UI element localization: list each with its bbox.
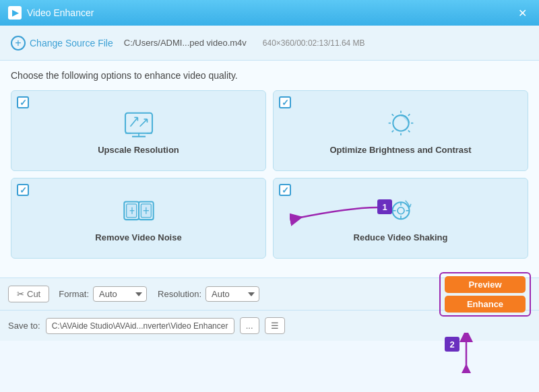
upscale-icon bbox=[122, 108, 156, 139]
checkbox-noise[interactable] bbox=[17, 184, 29, 196]
bottom-bar: ✂ Cut Format: Auto MP4 AVI MOV Resolutio… bbox=[0, 277, 539, 310]
resolution-label: Resolution: bbox=[158, 289, 201, 299]
cut-label: Cut bbox=[27, 289, 40, 299]
svg-line-5 bbox=[130, 117, 137, 126]
resolution-select[interactable]: Auto 640×360 1280×720 1920×1080 bbox=[205, 286, 259, 302]
svg-line-35 bbox=[410, 203, 411, 207]
scissors-icon: ✂ bbox=[17, 289, 24, 299]
file-name: C:/Users/ADMI...ped video.m4v bbox=[124, 38, 247, 48]
app-title: Video Enhancer bbox=[27, 7, 94, 18]
svg-line-19 bbox=[391, 130, 393, 132]
badge-1: 1 bbox=[377, 199, 392, 214]
title-bar-left: ▶ Video Enhancer bbox=[8, 6, 94, 20]
enhance-button[interactable]: Enhance bbox=[445, 296, 526, 313]
card-upscale: Upscale Resolution bbox=[11, 90, 266, 171]
title-bar: ▶ Video Enhancer ✕ bbox=[0, 0, 539, 26]
preview-button[interactable]: Preview bbox=[445, 276, 526, 293]
brightness-label: Optimize Brightness and Contrast bbox=[329, 145, 471, 155]
card-brightness: Optimize Brightness and Contrast bbox=[273, 90, 528, 171]
toolbar: + Change Source File C:/Users/ADMI...ped… bbox=[0, 26, 539, 61]
cut-button[interactable]: ✂ Cut bbox=[8, 286, 49, 302]
main-content: Choose the following options to enhance … bbox=[0, 61, 539, 277]
svg-line-18 bbox=[408, 114, 410, 116]
upscale-label: Upscale Resolution bbox=[98, 145, 179, 155]
brightness-icon bbox=[384, 108, 418, 139]
format-label: Format: bbox=[59, 289, 89, 299]
svg-line-16 bbox=[391, 114, 393, 116]
badge-2: 2 bbox=[445, 337, 459, 352]
card-shaking: Reduce Video Shaking bbox=[273, 178, 528, 259]
checkbox-shaking[interactable] bbox=[279, 184, 291, 196]
plus-icon: + bbox=[11, 36, 26, 51]
shaking-label: Reduce Video Shaking bbox=[354, 232, 448, 242]
instruction-text: Choose the following options to enhance … bbox=[11, 70, 528, 81]
preview-enhance-group: Preview Enhance bbox=[439, 272, 531, 317]
browse-button[interactable]: ... bbox=[240, 317, 259, 334]
change-source-button[interactable]: + Change Source File bbox=[11, 36, 113, 51]
change-source-label: Change Source File bbox=[30, 38, 113, 48]
close-button[interactable]: ✕ bbox=[514, 5, 531, 21]
card-noise: Remove Video Noise bbox=[11, 178, 266, 259]
save-path-input[interactable] bbox=[46, 318, 234, 334]
checkbox-brightness[interactable] bbox=[279, 96, 291, 108]
svg-point-30 bbox=[398, 207, 404, 214]
save-to-label: Save to: bbox=[8, 321, 40, 331]
noise-icon bbox=[122, 196, 156, 227]
app-icon: ▶ bbox=[8, 6, 22, 20]
options-grid: Upscale Resolution Optimize Brightness a… bbox=[11, 90, 528, 259]
checkbox-upscale[interactable] bbox=[17, 96, 29, 108]
folder-button[interactable]: ☰ bbox=[265, 317, 285, 334]
svg-rect-0 bbox=[125, 112, 152, 133]
svg-line-8 bbox=[139, 119, 147, 126]
format-select[interactable]: Auto MP4 AVI MOV bbox=[93, 286, 147, 302]
file-meta: 640×360/00:02:13/11.64 MB bbox=[263, 38, 365, 48]
noise-label: Remove Video Noise bbox=[95, 232, 181, 242]
svg-line-17 bbox=[408, 130, 410, 132]
